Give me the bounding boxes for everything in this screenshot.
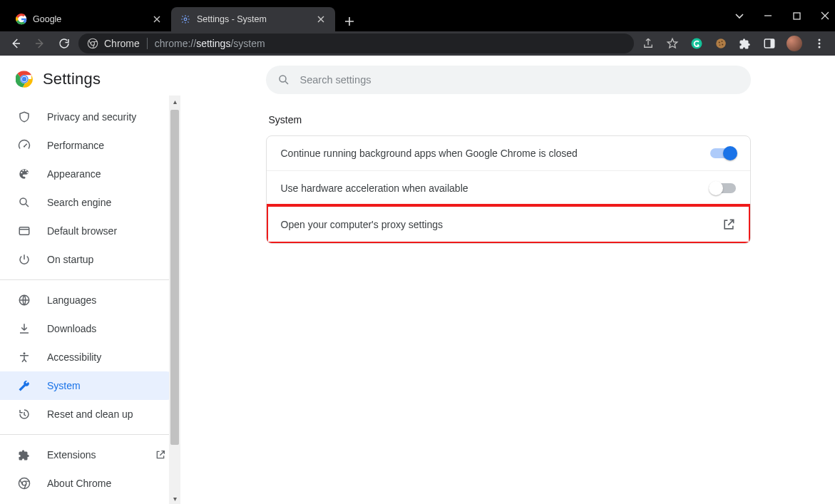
sidebar-item-languages[interactable]: Languages bbox=[0, 286, 180, 314]
sidebar-item-default-browser[interactable]: Default browser bbox=[0, 217, 180, 245]
sidebar-item-label: Languages bbox=[47, 294, 96, 306]
new-tab-button[interactable] bbox=[339, 11, 359, 31]
sidebar-item-label: Default browser bbox=[47, 225, 117, 237]
chrome-logo-icon bbox=[16, 71, 33, 88]
palette-icon bbox=[17, 167, 31, 181]
search-icon bbox=[277, 73, 290, 86]
puzzle-icon bbox=[17, 448, 31, 462]
divider bbox=[0, 434, 180, 435]
external-link-icon bbox=[722, 217, 736, 232]
row-background-apps[interactable]: Continue running background apps when Go… bbox=[267, 136, 750, 170]
profile-avatar[interactable] bbox=[787, 36, 802, 51]
svg-point-23 bbox=[24, 352, 26, 354]
extensions-icon[interactable] bbox=[738, 36, 752, 51]
cookie-icon[interactable] bbox=[714, 36, 728, 51]
sidebar-item-label: Extensions bbox=[47, 449, 96, 461]
sidebar-item-on-startup[interactable]: On startup bbox=[0, 245, 180, 274]
sidebar-item-label: Downloads bbox=[47, 323, 96, 334]
toggle-hardware-accel[interactable] bbox=[710, 183, 736, 193]
google-favicon bbox=[16, 14, 27, 25]
svg-point-13 bbox=[819, 39, 821, 41]
sidepanel-icon[interactable] bbox=[762, 36, 777, 51]
tab-google[interactable]: Google bbox=[7, 7, 171, 31]
settings-header: Settings bbox=[0, 56, 180, 100]
svg-point-5 bbox=[692, 38, 702, 49]
scroll-up-icon[interactable]: ▴ bbox=[169, 96, 180, 107]
window-controls bbox=[734, 0, 835, 31]
sidebar-scrollbar[interactable]: ▴ ▾ bbox=[169, 96, 180, 504]
svg-point-18 bbox=[22, 77, 27, 82]
tab-title: Settings - System bbox=[197, 14, 309, 24]
sidebar-item-performance[interactable]: Performance bbox=[0, 131, 180, 160]
sidebar-item-label: System bbox=[47, 380, 81, 391]
address-bar[interactable]: Chrome chrome://settings/system bbox=[78, 34, 634, 53]
power-icon bbox=[17, 252, 31, 267]
settings-title: Settings bbox=[43, 70, 101, 88]
reload-button[interactable] bbox=[54, 34, 74, 53]
svg-rect-21 bbox=[19, 227, 29, 235]
sidebar-item-appearance[interactable]: Appearance bbox=[0, 160, 180, 188]
svg-point-7 bbox=[719, 41, 720, 43]
chrome-outline-icon bbox=[17, 476, 31, 490]
browser-toolbar: Chrome chrome://settings/system bbox=[0, 31, 835, 56]
window-titlebar: Google Settings - System bbox=[0, 0, 835, 31]
scroll-down-icon[interactable]: ▾ bbox=[169, 493, 180, 504]
svg-point-26 bbox=[280, 76, 286, 82]
tab-strip: Google Settings - System bbox=[0, 0, 359, 31]
grammarly-icon[interactable] bbox=[690, 36, 704, 51]
accessibility-icon bbox=[17, 350, 31, 364]
star-icon[interactable] bbox=[665, 36, 680, 51]
kebab-menu-icon[interactable] bbox=[812, 36, 826, 51]
site-chip-label: Chrome bbox=[104, 38, 140, 49]
chrome-outline-icon bbox=[87, 38, 98, 49]
svg-rect-12 bbox=[771, 39, 774, 48]
sidebar-item-label: Accessibility bbox=[47, 351, 101, 363]
chevron-down-icon[interactable] bbox=[734, 10, 745, 21]
browser-icon bbox=[17, 224, 31, 238]
row-hardware-accel[interactable]: Use hardware acceleration when available bbox=[267, 170, 750, 205]
minimize-icon[interactable] bbox=[762, 10, 774, 21]
svg-point-9 bbox=[722, 43, 723, 45]
restore-icon bbox=[17, 407, 31, 421]
sidebar-item-reset[interactable]: Reset and clean up bbox=[0, 400, 180, 428]
sidebar-item-label: Reset and clean up bbox=[47, 408, 133, 420]
close-icon[interactable] bbox=[151, 14, 163, 25]
svg-point-15 bbox=[819, 46, 821, 48]
download-icon bbox=[17, 322, 31, 336]
toolbar-right bbox=[638, 36, 829, 51]
sidebar-item-label: Privacy and security bbox=[47, 111, 136, 123]
sidebar-item-privacy[interactable]: Privacy and security bbox=[0, 103, 180, 131]
divider bbox=[0, 279, 180, 280]
settings-nav: Privacy and security Performance Appeara… bbox=[0, 100, 180, 500]
settings-search[interactable] bbox=[266, 66, 751, 94]
forward-button[interactable] bbox=[30, 34, 50, 53]
sidebar-item-accessibility[interactable]: Accessibility bbox=[0, 343, 180, 371]
separator bbox=[147, 38, 148, 49]
svg-point-6 bbox=[716, 38, 726, 48]
wrench-icon bbox=[17, 379, 31, 393]
svg-rect-2 bbox=[794, 13, 800, 19]
settings-search-input[interactable] bbox=[300, 74, 739, 86]
tab-settings[interactable]: Settings - System bbox=[171, 7, 335, 31]
svg-point-24 bbox=[19, 478, 29, 488]
gear-icon bbox=[180, 14, 191, 25]
row-proxy-settings[interactable]: Open your computer's proxy settings bbox=[267, 205, 750, 243]
sidebar-item-search-engine[interactable]: Search engine bbox=[0, 188, 180, 217]
close-window-icon[interactable] bbox=[819, 10, 831, 21]
page-body: Settings Privacy and security Performanc… bbox=[0, 56, 835, 504]
close-icon[interactable] bbox=[315, 14, 327, 25]
maximize-icon[interactable] bbox=[791, 10, 802, 21]
sidebar-item-about[interactable]: About Chrome bbox=[0, 469, 180, 498]
toggle-background-apps[interactable] bbox=[710, 148, 736, 158]
globe-icon bbox=[17, 293, 31, 307]
speedometer-icon bbox=[17, 138, 31, 153]
sidebar-item-downloads[interactable]: Downloads bbox=[0, 314, 180, 343]
svg-point-14 bbox=[819, 43, 821, 45]
tab-title: Google bbox=[33, 14, 145, 24]
sidebar-item-system[interactable]: System bbox=[0, 371, 180, 400]
search-icon bbox=[17, 195, 31, 210]
share-icon[interactable] bbox=[641, 36, 655, 51]
scroll-thumb[interactable] bbox=[170, 110, 179, 445]
back-button[interactable] bbox=[6, 34, 26, 53]
sidebar-item-extensions[interactable]: Extensions bbox=[0, 441, 180, 469]
